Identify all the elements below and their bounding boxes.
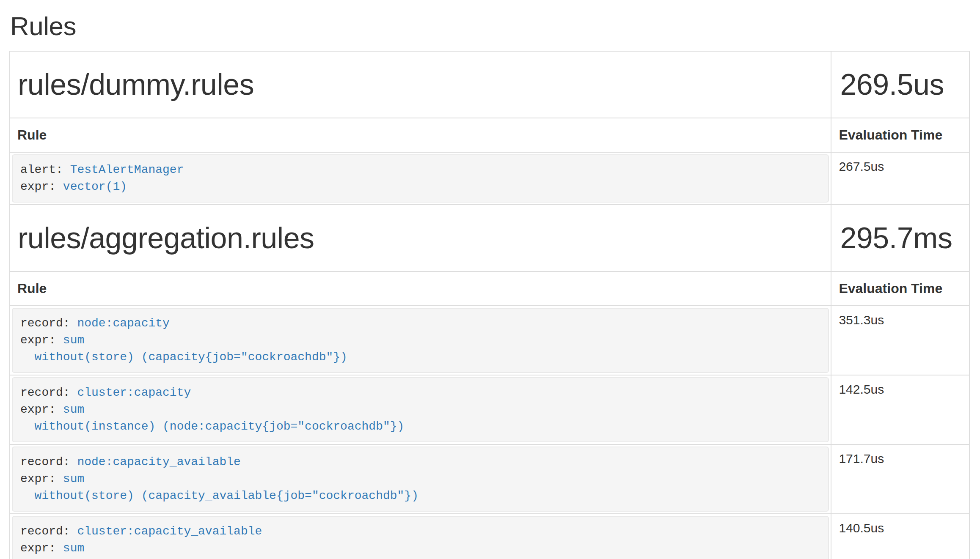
column-header-row: RuleEvaluation Time bbox=[10, 118, 969, 152]
rule-link[interactable]: vector(1) bbox=[63, 180, 127, 193]
rule-eval-time: 267.5us bbox=[831, 152, 969, 205]
rule-key: record: bbox=[20, 386, 77, 399]
rule-row: record: node:capacity expr: sum without(… bbox=[10, 306, 969, 375]
rule-group-file-cell: rules/dummy.rules bbox=[10, 51, 831, 118]
rule-key: expr: bbox=[20, 403, 63, 416]
rule-code: record: cluster:capacity_available expr:… bbox=[12, 516, 829, 559]
column-header-rule: Rule bbox=[10, 118, 831, 152]
rule-key: record: bbox=[20, 455, 77, 469]
page-title: Rules bbox=[10, 12, 970, 41]
rule-eval-time: 351.3us bbox=[831, 306, 969, 375]
rule-key: record: bbox=[20, 525, 77, 538]
rule-row: record: cluster:capacity expr: sum witho… bbox=[10, 375, 969, 444]
rule-link[interactable]: sum without(instance) (node:capacity{job… bbox=[20, 403, 404, 433]
rule-key: expr: bbox=[20, 472, 63, 485]
column-header-evaluation-time: Evaluation Time bbox=[831, 271, 969, 306]
rule-link[interactable]: sum without(instance) (node:capacity_ava… bbox=[20, 542, 475, 559]
rule-link[interactable]: node:capacity_available bbox=[77, 455, 240, 469]
rule-cell: record: node:capacity expr: sum without(… bbox=[10, 306, 831, 375]
rule-group-file: rules/aggregation.rules bbox=[18, 222, 314, 255]
column-header-rule: Rule bbox=[10, 271, 831, 306]
rule-cell: record: cluster:capacity expr: sum witho… bbox=[10, 375, 831, 444]
rule-link[interactable]: cluster:capacity_available bbox=[77, 525, 262, 538]
rule-code: record: node:capacity_available expr: su… bbox=[12, 447, 829, 512]
rule-key: expr: bbox=[20, 334, 63, 347]
rule-cell: record: cluster:capacity_available expr:… bbox=[10, 514, 831, 559]
rule-row: record: node:capacity_available expr: su… bbox=[10, 444, 969, 514]
rule-eval-time: 142.5us bbox=[831, 375, 969, 444]
rule-eval-time: 140.5us bbox=[831, 514, 969, 559]
rule-group-row: rules/dummy.rules269.5us bbox=[10, 51, 969, 118]
rule-group-file-cell: rules/aggregation.rules bbox=[10, 205, 831, 271]
rule-link[interactable]: sum without(store) (capacity_available{j… bbox=[20, 472, 418, 502]
column-header-row: RuleEvaluation Time bbox=[10, 271, 969, 306]
rule-row: alert: TestAlertManager expr: vector(1)2… bbox=[10, 152, 969, 205]
rule-code: alert: TestAlertManager expr: vector(1) bbox=[12, 154, 829, 203]
rules-page: Rules rules/dummy.rules269.5usRuleEvalua… bbox=[0, 12, 980, 559]
rule-code: record: node:capacity expr: sum without(… bbox=[12, 308, 829, 373]
rule-link[interactable]: sum without(store) (capacity{job="cockro… bbox=[20, 334, 347, 364]
column-header-evaluation-time: Evaluation Time bbox=[831, 118, 969, 152]
rule-cell: alert: TestAlertManager expr: vector(1) bbox=[10, 152, 831, 205]
rule-eval-time: 171.7us bbox=[831, 444, 969, 514]
rule-cell: record: node:capacity_available expr: su… bbox=[10, 444, 831, 514]
rules-table: rules/dummy.rules269.5usRuleEvaluation T… bbox=[9, 51, 970, 559]
rule-link[interactable]: node:capacity bbox=[77, 317, 169, 330]
rule-code: record: cluster:capacity expr: sum witho… bbox=[12, 377, 829, 442]
rule-group-eval-time: 295.7ms bbox=[831, 205, 969, 271]
rule-group-eval-time: 269.5us bbox=[831, 51, 969, 118]
rule-group-row: rules/aggregation.rules295.7ms bbox=[10, 205, 969, 271]
rule-group-file: rules/dummy.rules bbox=[18, 68, 254, 101]
rule-key: alert: bbox=[20, 163, 70, 176]
rule-key: expr: bbox=[20, 180, 63, 193]
rule-key: expr: bbox=[20, 542, 63, 555]
rule-link[interactable]: TestAlertManager bbox=[70, 163, 184, 176]
rule-row: record: cluster:capacity_available expr:… bbox=[10, 514, 969, 559]
rule-link[interactable]: cluster:capacity bbox=[77, 386, 191, 399]
rule-key: record: bbox=[20, 317, 77, 330]
